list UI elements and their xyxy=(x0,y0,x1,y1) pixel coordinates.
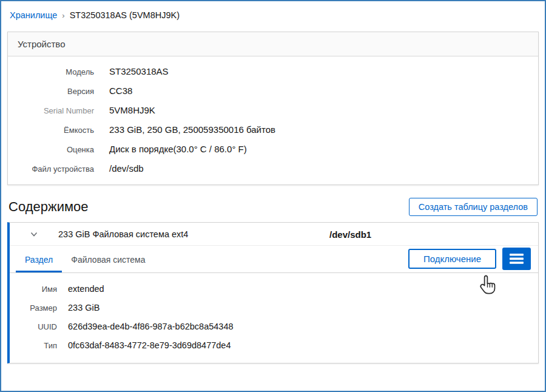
device-row-label: Файл устройства xyxy=(18,164,94,174)
device-row-value: ST3250318AS xyxy=(109,66,169,76)
volume-tabs-row: Раздел Файловая система Подключение xyxy=(10,246,538,273)
device-row-firmware: Версия CC38 xyxy=(18,81,528,100)
chevron-down-icon xyxy=(30,231,38,238)
partition-row-type: Тип 0fc63daf-8483-4772-8e79-3d69d8477de4 xyxy=(19,336,528,354)
tab-filesystem[interactable]: Файловая система xyxy=(62,247,154,272)
device-row-value: Диск в порядке(30.0° C / 86.0° F) xyxy=(109,144,247,154)
device-row-value: CC38 xyxy=(109,86,132,96)
volume-actions: Подключение xyxy=(408,248,531,272)
partition-row-size: Размер 233 GiB xyxy=(19,298,528,317)
partition-row-name: Имя extended xyxy=(19,279,528,298)
device-card: Устройство Модель ST3250318AS Версия CC3… xyxy=(7,32,539,185)
device-row-value: /dev/sdb xyxy=(109,163,144,174)
device-card-body: Модель ST3250318AS Версия CC38 Serial Nu… xyxy=(8,56,538,184)
create-partition-table-button[interactable]: Создать таблицу разделов xyxy=(409,198,538,216)
device-row-label: Оценка xyxy=(18,145,94,154)
breadcrumb-separator: › xyxy=(62,11,64,20)
device-row-label: Версия xyxy=(18,87,94,96)
breadcrumb-link-storage[interactable]: Хранилище xyxy=(10,10,57,20)
bars-icon xyxy=(510,254,524,264)
device-row-model: Модель ST3250318AS xyxy=(18,61,528,81)
device-row-value: 5VM8HJ9K xyxy=(109,105,155,115)
expand-toggle-button[interactable] xyxy=(29,229,39,239)
breadcrumb-current: ST3250318AS (5VM8HJ9K) xyxy=(70,10,180,20)
page-content: Устройство Модель ST3250318AS Версия CC3… xyxy=(0,32,546,363)
partition-row-label: Тип xyxy=(19,341,57,350)
partition-row-value: 0fc63daf-8483-4772-8e79-3d69d8477de4 xyxy=(68,340,231,350)
partition-row-label: Имя xyxy=(19,285,57,294)
partition-row-value: extended xyxy=(68,284,104,294)
device-row-label: Serial Number xyxy=(18,106,94,115)
device-row-device-file: Файл устройства /dev/sdb xyxy=(18,158,528,178)
device-card-title: Устройство xyxy=(8,32,538,56)
content-section-header: Содержимое Создать таблицу разделов xyxy=(8,198,538,216)
mount-button[interactable]: Подключение xyxy=(408,249,496,269)
device-row-serial: Serial Number 5VM8HJ9K xyxy=(18,100,528,120)
partition-row-label: UUID xyxy=(19,322,57,331)
device-row-value: 233 GiB, 250 GB, 250059350016 байтов xyxy=(109,124,275,135)
volume-menu-button[interactable] xyxy=(502,248,531,270)
partition-row-value: 233 GiB xyxy=(68,303,99,313)
breadcrumb: Хранилище › ST3250318AS (5VM8HJ9K) xyxy=(0,0,546,32)
tab-partition[interactable]: Раздел xyxy=(16,247,62,272)
device-row-label: Ёмкость xyxy=(18,126,94,135)
device-row-capacity: Ёмкость 233 GiB, 250 GB, 250059350016 ба… xyxy=(18,120,528,139)
partition-row-uuid: UUID 626d39ea-de4b-4f86-987a-b62bc8a5434… xyxy=(19,317,528,336)
device-row-assessment: Оценка Диск в порядке(30.0° C / 86.0° F) xyxy=(18,139,528,158)
partition-row-label: Размер xyxy=(19,303,57,313)
volume-device-path: /dev/sdb1 xyxy=(329,229,371,240)
volume-card: 233 GiB Файловая система ext4 /dev/sdb1 … xyxy=(7,222,539,363)
partition-details: Имя extended Размер 233 GiB UUID 626d39e… xyxy=(10,273,538,363)
volume-description: 233 GiB Файловая система ext4 xyxy=(58,229,188,239)
content-section-title: Содержимое xyxy=(8,199,89,215)
device-row-label: Модель xyxy=(18,67,94,76)
volume-listing-row[interactable]: 233 GiB Файловая система ext4 /dev/sdb1 xyxy=(10,223,538,246)
partition-row-value: 626d39ea-de4b-4f86-987a-b62bc8a54348 xyxy=(68,322,234,331)
